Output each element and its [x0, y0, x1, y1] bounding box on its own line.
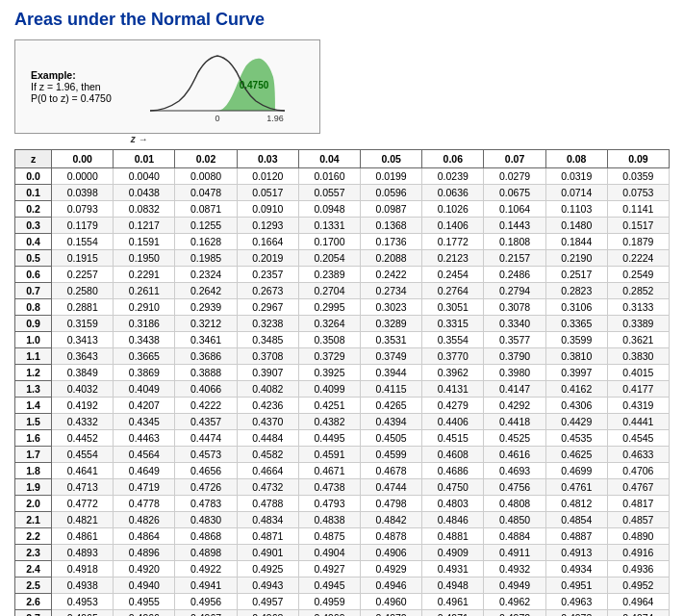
cell-value: 0.2422 — [361, 267, 422, 283]
cell-value: 0.4649 — [114, 463, 175, 479]
cell-value: 0.1517 — [607, 218, 669, 234]
cell-value: 0.4177 — [607, 381, 669, 398]
cell-value: 0.2734 — [361, 283, 422, 299]
cell-value: 0.4066 — [175, 381, 237, 398]
cell-value: 0.2257 — [52, 267, 114, 283]
cell-value: 0.4965 — [52, 610, 114, 617]
cell-value: 0.4925 — [237, 561, 298, 578]
cell-value: 0.2486 — [484, 267, 545, 283]
cell-value: 0.4962 — [484, 594, 545, 610]
cell-value: 0.4881 — [422, 528, 484, 545]
z-value: 2.2 — [15, 528, 52, 545]
z-value: 1.3 — [15, 381, 52, 398]
cell-value: 0.0832 — [114, 201, 175, 218]
table-row: 2.40.49180.49200.49220.49250.49270.49290… — [15, 561, 670, 578]
cell-value: 0.4971 — [422, 610, 484, 617]
cell-value: 0.3643 — [52, 348, 114, 365]
cell-value: 0.1331 — [298, 218, 360, 234]
cell-value: 0.3289 — [361, 316, 422, 332]
cell-value: 0.4147 — [484, 381, 545, 398]
cell-value: 0.4817 — [607, 496, 669, 512]
cell-value: 0.4945 — [298, 578, 360, 594]
z-value: 2.1 — [15, 512, 52, 528]
cell-value: 0.0040 — [114, 168, 175, 185]
cell-value: 0.4956 — [175, 594, 237, 610]
cell-value: 0.4345 — [114, 414, 175, 430]
cell-value: 0.1179 — [52, 218, 114, 234]
col-header-0.05: 0.05 — [361, 150, 422, 168]
cell-value: 0.0753 — [607, 185, 669, 201]
cell-value: 0.4750 — [422, 479, 484, 496]
cell-value: 0.4474 — [175, 430, 237, 447]
cell-value: 0.3577 — [484, 332, 545, 348]
cell-value: 0.3508 — [298, 332, 360, 348]
cell-value: 0.4964 — [607, 594, 669, 610]
cell-value: 0.4616 — [484, 447, 545, 463]
cell-value: 0.4963 — [545, 594, 607, 610]
cell-value: 0.4920 — [114, 561, 175, 578]
z-value: 0.4 — [15, 234, 52, 250]
cell-value: 0.0000 — [52, 168, 114, 185]
cell-value: 0.4686 — [422, 463, 484, 479]
cell-value: 0.4015 — [607, 365, 669, 381]
cell-value: 0.3944 — [361, 365, 422, 381]
cell-value: 0.4968 — [237, 610, 298, 617]
cell-value: 0.0517 — [237, 185, 298, 201]
example-text: Example: If z = 1.96, then P(0 to z) = 0… — [31, 69, 112, 104]
z-value: 2.7 — [15, 610, 52, 617]
cell-value: 0.4793 — [298, 496, 360, 512]
cell-value: 0.4838 — [298, 512, 360, 528]
cell-value: 0.2642 — [175, 283, 237, 299]
cell-value: 0.3413 — [52, 332, 114, 348]
cell-value: 0.2291 — [114, 267, 175, 283]
cell-value: 0.4911 — [484, 545, 545, 561]
cell-value: 0.2224 — [607, 250, 669, 267]
cell-value: 0.4319 — [607, 398, 669, 414]
cell-value: 0.1064 — [484, 201, 545, 218]
cell-value: 0.2517 — [545, 267, 607, 283]
diagram-box: Example: If z = 1.96, then P(0 to z) = 0… — [14, 39, 320, 134]
cell-value: 0.1985 — [175, 250, 237, 267]
cell-value: 0.4641 — [52, 463, 114, 479]
cell-value: 0.4236 — [237, 398, 298, 414]
cell-value: 0.2764 — [422, 283, 484, 299]
cell-value: 0.4452 — [52, 430, 114, 447]
cell-value: 0.0120 — [237, 168, 298, 185]
cell-value: 0.4871 — [237, 528, 298, 545]
cell-value: 0.4931 — [422, 561, 484, 578]
cell-value: 0.4798 — [361, 496, 422, 512]
cell-value: 0.0239 — [422, 168, 484, 185]
col-header-0.02: 0.02 — [175, 150, 237, 168]
cell-value: 0.4901 — [237, 545, 298, 561]
cell-value: 0.4625 — [545, 447, 607, 463]
cell-value: 0.4406 — [422, 414, 484, 430]
cell-value: 0.4953 — [52, 594, 114, 610]
col-header-0.00: 0.00 — [52, 150, 114, 168]
cell-value: 0.4864 — [114, 528, 175, 545]
z-value: 0.9 — [15, 316, 52, 332]
cell-value: 0.4535 — [545, 430, 607, 447]
cell-value: 0.4946 — [361, 578, 422, 594]
cell-value: 0.4032 — [52, 381, 114, 398]
z-value: 2.0 — [15, 496, 52, 512]
cell-value: 0.4878 — [361, 528, 422, 545]
cell-value: 0.4591 — [298, 447, 360, 463]
cell-value: 0.4292 — [484, 398, 545, 414]
cell-value: 0.4969 — [298, 610, 360, 617]
cell-value: 0.1293 — [237, 218, 298, 234]
cell-value: 0.0359 — [607, 168, 669, 185]
table-row: 1.30.40320.40490.40660.40820.40990.41150… — [15, 381, 670, 398]
cell-value: 0.4959 — [298, 594, 360, 610]
cell-value: 0.4772 — [52, 496, 114, 512]
cell-value: 0.4131 — [422, 381, 484, 398]
cell-value: 0.2910 — [114, 299, 175, 316]
cell-value: 0.3365 — [545, 316, 607, 332]
table-row: 0.30.11790.12170.12550.12930.13310.13680… — [15, 218, 670, 234]
cell-value: 0.2357 — [237, 267, 298, 283]
cell-value: 0.4952 — [607, 578, 669, 594]
cell-value: 0.4913 — [545, 545, 607, 561]
table-row: 0.00.00000.00400.00800.01200.01600.01990… — [15, 168, 670, 185]
normal-curve-table: z0.000.010.020.030.040.050.060.070.080.0… — [14, 149, 670, 616]
table-row: 0.20.07930.08320.08710.09100.09480.09870… — [15, 201, 670, 218]
cell-value: 0.3238 — [237, 316, 298, 332]
